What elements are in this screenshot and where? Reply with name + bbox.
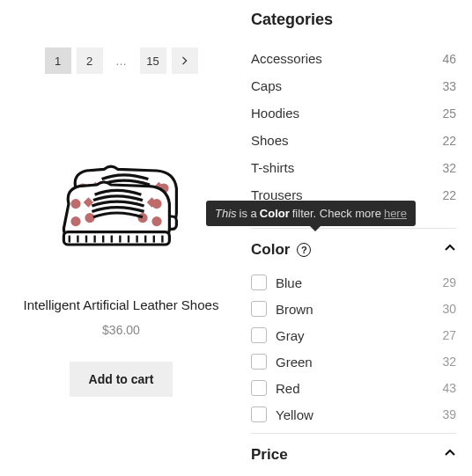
price-filter-title: Price: [251, 446, 288, 464]
checkbox[interactable]: [251, 301, 267, 317]
page-ellipsis: …: [108, 48, 135, 74]
category-label: T-shirts: [251, 160, 294, 175]
svg-point-34: [70, 199, 80, 209]
color-list: Blue29 Brown30 Gray27 Green32 Red43 Yell…: [251, 269, 456, 428]
product-title[interactable]: Intelligent Artificial Leather Shoes: [24, 297, 219, 312]
color-count: 32: [442, 355, 456, 369]
category-item[interactable]: Shoes22: [251, 127, 456, 154]
checkbox[interactable]: [251, 327, 267, 343]
color-option[interactable]: Green: [251, 354, 313, 370]
category-item[interactable]: Caps33: [251, 72, 456, 99]
color-option[interactable]: Blue: [251, 275, 302, 290]
pagination: 1 2 … 15: [45, 48, 198, 74]
chevron-up-icon: [444, 447, 456, 462]
category-count: 32: [442, 161, 456, 175]
svg-point-36: [70, 216, 80, 226]
checkbox[interactable]: [251, 275, 267, 290]
color-item: Green32: [251, 348, 456, 375]
help-icon[interactable]: ?: [297, 243, 311, 257]
color-item: Gray27: [251, 322, 456, 348]
categories-list: Accessories46 Caps33 Hoodies25 Shoes22 T…: [251, 45, 456, 209]
color-label: Red: [276, 381, 300, 396]
color-label: Green: [276, 355, 313, 370]
help-tooltip: This is a Color filter. Check more here: [206, 201, 416, 226]
color-count: 29: [442, 275, 456, 289]
category-label: Accessories: [251, 51, 322, 66]
color-count: 43: [442, 381, 456, 395]
product-price: $36.00: [102, 323, 140, 337]
price-filter-header: Price: [251, 437, 456, 474]
category-label: Hoodies: [251, 106, 299, 121]
color-filter-header: Color ?: [251, 232, 456, 269]
category-count: 46: [442, 52, 456, 66]
tooltip-link[interactable]: here: [384, 207, 407, 220]
category-count: 33: [442, 79, 456, 93]
color-option[interactable]: Gray: [251, 327, 305, 343]
divider: [251, 228, 456, 229]
color-filter-title: Color: [251, 241, 290, 259]
checkbox[interactable]: [251, 406, 267, 422]
color-label: Yellow: [276, 407, 313, 422]
color-count: 30: [442, 302, 456, 316]
color-item: Yellow39: [251, 401, 456, 428]
color-option[interactable]: Yellow: [251, 406, 313, 422]
svg-point-39: [151, 216, 161, 226]
tooltip-text-emphasis: This: [215, 207, 237, 220]
category-label: Shoes: [251, 133, 289, 148]
categories-heading: Categories: [251, 11, 456, 29]
color-count: 27: [442, 328, 456, 342]
page-1[interactable]: 1: [45, 48, 71, 74]
tooltip-text: is a: [240, 207, 257, 220]
color-item: Blue29: [251, 269, 456, 296]
collapse-color-filter[interactable]: [444, 242, 456, 258]
color-item: Brown30: [251, 296, 456, 322]
tooltip-text: filter. Check more: [292, 207, 381, 220]
color-count: 39: [442, 407, 456, 421]
tooltip-text-bold: Color: [260, 207, 290, 220]
product-image[interactable]: [42, 118, 201, 276]
shoes-icon: [51, 134, 192, 260]
page-next[interactable]: [172, 48, 198, 74]
svg-point-35: [85, 213, 94, 223]
divider: [251, 433, 456, 434]
svg-point-38: [137, 213, 147, 223]
add-to-cart-button[interactable]: Add to cart: [70, 362, 173, 397]
color-item: Red43: [251, 375, 456, 401]
page-15[interactable]: 15: [140, 48, 166, 74]
color-label: Blue: [276, 275, 302, 290]
category-count: 25: [442, 106, 456, 121]
checkbox[interactable]: [251, 354, 267, 370]
chevron-up-icon: [444, 242, 456, 257]
color-label: Brown: [276, 302, 313, 317]
category-label: Caps: [251, 78, 282, 93]
checkbox[interactable]: [251, 380, 267, 396]
category-item[interactable]: T-shirts32: [251, 154, 456, 181]
collapse-price-filter[interactable]: [444, 447, 456, 463]
color-option[interactable]: Red: [251, 380, 300, 396]
category-item[interactable]: Accessories46: [251, 45, 456, 72]
category-item[interactable]: Hoodies25: [251, 99, 456, 127]
page-2[interactable]: 2: [77, 48, 103, 74]
color-option[interactable]: Brown: [251, 301, 313, 317]
category-count: 22: [442, 188, 456, 202]
color-label: Gray: [276, 328, 305, 343]
chevron-right-icon: [181, 55, 188, 68]
category-count: 22: [442, 134, 456, 148]
